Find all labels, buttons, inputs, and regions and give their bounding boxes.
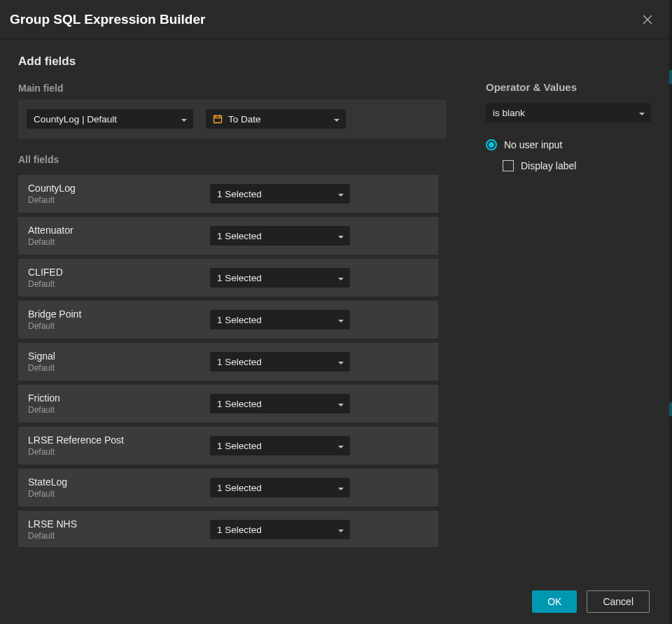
field-subtext: Default <box>28 363 196 373</box>
close-icon <box>641 13 654 26</box>
right-column: Operator & Values is blank No user input… <box>486 76 669 579</box>
dialog-columns: Main field CountyLog | Default To Date <box>0 76 669 579</box>
field-name: CountyLog <box>28 183 196 194</box>
display-label-checkbox[interactable]: Display label <box>486 160 651 171</box>
main-field-box: CountyLog | Default To Date <box>18 99 447 139</box>
ok-button[interactable]: OK <box>532 590 577 613</box>
field-selection-select[interactable]: 1 Selected <box>210 226 350 246</box>
operator-select[interactable]: is blank <box>486 103 651 122</box>
chevron-down-icon <box>337 484 344 491</box>
field-subtext: Default <box>28 321 196 331</box>
cancel-button[interactable]: Cancel <box>587 590 650 613</box>
field-selection-value: 1 Selected <box>217 483 262 493</box>
to-date-select[interactable]: To Date <box>206 109 346 129</box>
left-column: Main field CountyLog | Default To Date <box>0 76 462 579</box>
field-selection-value: 1 Selected <box>217 357 262 367</box>
cancel-button-label: Cancel <box>603 596 634 607</box>
field-selection-select[interactable]: 1 Selected <box>210 394 350 413</box>
chevron-down-icon <box>337 400 344 407</box>
operator-value: is blank <box>493 108 525 118</box>
field-selection-value: 1 Selected <box>217 525 262 535</box>
chevron-down-icon <box>337 274 344 281</box>
field-selection-value: 1 Selected <box>217 441 262 451</box>
chevron-down-icon <box>638 109 645 116</box>
field-row[interactable]: LRSE NHSDefault1 Selected <box>18 511 438 547</box>
chevron-down-icon <box>181 115 188 122</box>
checkbox-unchecked-icon <box>503 160 514 171</box>
chevron-down-icon <box>337 232 344 239</box>
field-name-block: SignalDefault <box>28 350 196 373</box>
close-button[interactable] <box>641 13 654 26</box>
field-row[interactable]: CountyLogDefault1 Selected <box>18 175 438 213</box>
field-selection-value: 1 Selected <box>217 273 262 283</box>
chevron-down-icon <box>337 316 344 323</box>
field-subtext: Default <box>28 279 196 289</box>
field-name-block: CountyLogDefault <box>28 183 196 205</box>
radio-selected-icon <box>486 139 497 150</box>
field-subtext: Default <box>28 405 196 415</box>
field-name-block: LRSE Reference PostDefault <box>28 434 196 457</box>
field-row[interactable]: StateLogDefault1 Selected <box>18 469 438 506</box>
dialog-footer: OK Cancel <box>0 579 669 624</box>
field-name: LRSE Reference Post <box>28 434 196 446</box>
to-date-label: To Date <box>228 114 328 125</box>
right-edge-accent <box>669 70 672 84</box>
field-row[interactable]: FrictionDefault1 Selected <box>18 385 438 423</box>
field-selection-select[interactable]: 1 Selected <box>210 520 350 539</box>
dialog-titlebar: Group SQL Expression Builder <box>0 0 669 39</box>
chevron-down-icon <box>337 442 344 449</box>
field-row[interactable]: SignalDefault1 Selected <box>18 343 438 381</box>
field-name-block: CLIFEDDefault <box>28 267 196 289</box>
field-name: LRSE NHS <box>28 518 196 530</box>
main-field-value: CountyLog | Default <box>34 114 117 125</box>
field-row[interactable]: Bridge PointDefault1 Selected <box>18 301 438 339</box>
field-selection-value: 1 Selected <box>217 399 262 409</box>
main-field-label: Main field <box>18 76 462 99</box>
field-name: Friction <box>28 392 196 404</box>
field-name-block: AttenuatorDefault <box>28 225 196 247</box>
dialog-body: Add fields Main field CountyLog | Defaul… <box>0 39 669 579</box>
display-label-text: Display label <box>521 160 576 171</box>
calendar-icon <box>213 114 223 124</box>
main-field-select[interactable]: CountyLog | Default <box>27 109 193 129</box>
field-row[interactable]: CLIFEDDefault1 Selected <box>18 259 438 297</box>
right-edge-accent-2 <box>669 402 672 416</box>
field-name: CLIFED <box>28 267 196 278</box>
chevron-down-icon <box>337 526 344 533</box>
sql-expression-dialog: Group SQL Expression Builder Add fields … <box>0 0 669 624</box>
field-subtext: Default <box>28 489 196 499</box>
field-subtext: Default <box>28 531 196 541</box>
field-selection-select[interactable]: 1 Selected <box>210 436 350 455</box>
chevron-down-icon <box>333 115 340 122</box>
field-row[interactable]: LRSE Reference PostDefault1 Selected <box>18 427 438 465</box>
field-subtext: Default <box>28 237 196 247</box>
all-fields-list[interactable]: CountyLogDefault1 SelectedAttenuatorDefa… <box>18 175 449 547</box>
field-subtext: Default <box>28 195 196 205</box>
field-subtext: Default <box>28 447 196 457</box>
operator-values-heading: Operator & Values <box>486 81 651 93</box>
chevron-down-icon <box>337 358 344 365</box>
field-name-block: Bridge PointDefault <box>28 309 196 331</box>
svg-rect-0 <box>214 116 222 123</box>
field-selection-select[interactable]: 1 Selected <box>210 352 350 371</box>
chevron-down-icon <box>337 190 344 197</box>
no-user-input-label: No user input <box>504 139 562 150</box>
field-selection-select[interactable]: 1 Selected <box>210 478 350 497</box>
field-row[interactable]: AttenuatorDefault1 Selected <box>18 217 438 255</box>
field-name-block: StateLogDefault <box>28 476 196 499</box>
field-name: Bridge Point <box>28 309 196 320</box>
field-selection-value: 1 Selected <box>217 315 262 325</box>
field-name: StateLog <box>28 476 196 488</box>
field-selection-value: 1 Selected <box>217 189 262 199</box>
field-selection-select[interactable]: 1 Selected <box>210 268 350 288</box>
field-name: Signal <box>28 350 196 362</box>
all-fields-label: All fields <box>18 139 462 171</box>
field-name: Attenuator <box>28 225 196 236</box>
add-fields-heading: Add fields <box>0 39 669 76</box>
field-selection-select[interactable]: 1 Selected <box>210 184 350 204</box>
no-user-input-radio[interactable]: No user input <box>486 139 651 150</box>
ok-button-label: OK <box>547 596 561 607</box>
field-name-block: FrictionDefault <box>28 392 196 415</box>
dialog-title: Group SQL Expression Builder <box>10 12 205 27</box>
field-selection-select[interactable]: 1 Selected <box>210 310 350 329</box>
